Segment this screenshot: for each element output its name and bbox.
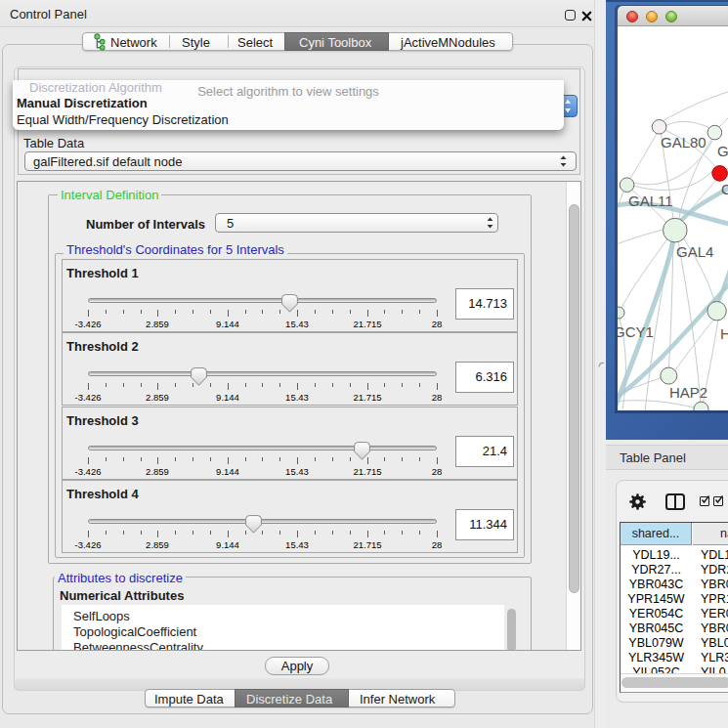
- svg-text:GA: GA: [717, 143, 728, 159]
- svg-text:HAP2: HAP2: [669, 384, 707, 401]
- svg-text:GCY1: GCY1: [618, 323, 654, 340]
- svg-text:GAL80: GAL80: [661, 134, 707, 150]
- svg-text:GAL4: GAL4: [676, 243, 713, 260]
- svg-text:GAL11: GAL11: [628, 193, 673, 209]
- svg-text:C: C: [721, 181, 728, 197]
- svg-text:H: H: [720, 325, 728, 342]
